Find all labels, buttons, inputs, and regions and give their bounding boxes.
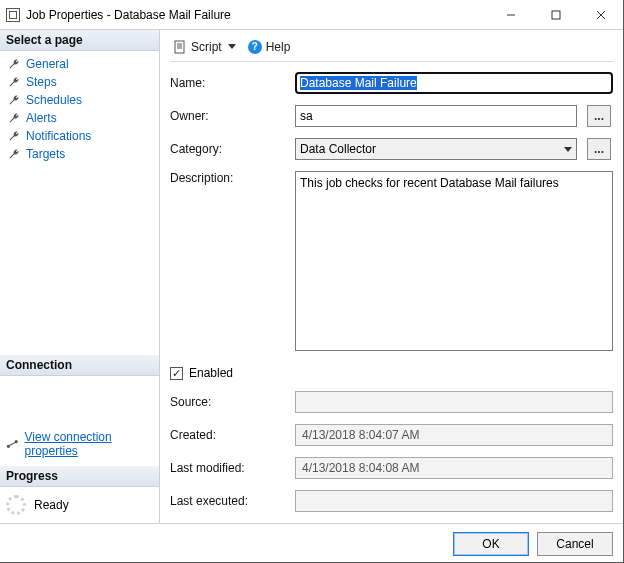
progress-header: Progress	[0, 466, 159, 487]
sidebar-item-label: Steps	[26, 75, 57, 89]
script-icon	[173, 40, 187, 54]
connection-link-label: View connection properties	[25, 430, 154, 458]
svg-line-6	[9, 442, 15, 445]
category-value: Data Collector	[300, 142, 376, 156]
cancel-button[interactable]: Cancel	[537, 532, 613, 556]
executed-label: Last executed:	[170, 494, 285, 508]
owner-browse-button[interactable]: ...	[587, 105, 611, 127]
sidebar-item-label: General	[26, 57, 69, 71]
sidebar-item-alerts[interactable]: Alerts	[4, 109, 159, 127]
wrench-icon	[8, 130, 20, 142]
sidebar-item-steps[interactable]: Steps	[4, 73, 159, 91]
svg-rect-1	[552, 11, 560, 19]
sidebar-item-targets[interactable]: Targets	[4, 145, 159, 163]
modified-label: Last modified:	[170, 461, 285, 475]
progress-status: Ready	[34, 498, 69, 512]
help-label: Help	[266, 40, 291, 54]
created-label: Created:	[170, 428, 285, 442]
footer: OK Cancel	[0, 523, 623, 563]
ok-button[interactable]: OK	[453, 532, 529, 556]
view-connection-properties-link[interactable]: View connection properties	[6, 430, 153, 458]
left-pane: Select a page General Steps Schedules Al…	[0, 30, 160, 523]
connection-header: Connection	[0, 355, 159, 376]
minimize-button[interactable]	[488, 0, 533, 29]
help-icon: ?	[248, 40, 262, 54]
owner-input[interactable]	[295, 105, 577, 127]
page-list: General Steps Schedules Alerts Notificat…	[0, 51, 159, 169]
toolbar: Script ? Help	[170, 38, 613, 62]
wrench-icon	[8, 76, 20, 88]
owner-label: Owner:	[170, 109, 285, 123]
app-icon	[6, 8, 20, 22]
sidebar-item-label: Notifications	[26, 129, 91, 143]
wrench-icon	[8, 112, 20, 124]
svg-rect-7	[175, 41, 184, 53]
progress-spinner-icon	[6, 495, 26, 515]
connection-icon	[6, 439, 19, 449]
sidebar-item-schedules[interactable]: Schedules	[4, 91, 159, 109]
help-button[interactable]: ? Help	[245, 38, 294, 56]
source-label: Source:	[170, 395, 285, 409]
name-label: Name:	[170, 76, 285, 90]
modified-readonly: 4/13/2018 8:04:08 AM	[295, 457, 613, 479]
form: Name: Owner: ... Category: Data Collecto…	[170, 72, 613, 523]
chevron-down-icon	[564, 147, 572, 152]
sidebar-item-label: Alerts	[26, 111, 57, 125]
select-page-header: Select a page	[0, 30, 159, 51]
enabled-checkbox[interactable]	[170, 367, 183, 380]
sidebar-item-label: Schedules	[26, 93, 82, 107]
progress-body: Ready	[0, 487, 159, 523]
close-button[interactable]	[578, 0, 623, 29]
maximize-button[interactable]	[533, 0, 578, 29]
executed-readonly	[295, 490, 613, 512]
category-select[interactable]: Data Collector	[295, 138, 577, 160]
window-title: Job Properties - Database Mail Failure	[26, 8, 231, 22]
wrench-icon	[8, 94, 20, 106]
title-bar: Job Properties - Database Mail Failure	[0, 0, 623, 30]
enabled-label: Enabled	[189, 366, 233, 380]
wrench-icon	[8, 148, 20, 160]
chevron-down-icon	[228, 44, 236, 49]
script-dropdown[interactable]: Script	[170, 38, 239, 56]
wrench-icon	[8, 58, 20, 70]
description-label: Description:	[170, 171, 285, 185]
main-pane: Script ? Help Name: Owner: ... Category:…	[160, 30, 623, 523]
name-input[interactable]	[295, 72, 613, 94]
sidebar-item-general[interactable]: General	[4, 55, 159, 73]
created-readonly: 4/13/2018 8:04:07 AM	[295, 424, 613, 446]
sidebar-item-notifications[interactable]: Notifications	[4, 127, 159, 145]
category-label: Category:	[170, 142, 285, 156]
description-textarea[interactable]	[295, 171, 613, 351]
script-label: Script	[191, 40, 222, 54]
source-readonly	[295, 391, 613, 413]
sidebar-item-label: Targets	[26, 147, 65, 161]
category-browse-button[interactable]: ...	[587, 138, 611, 160]
